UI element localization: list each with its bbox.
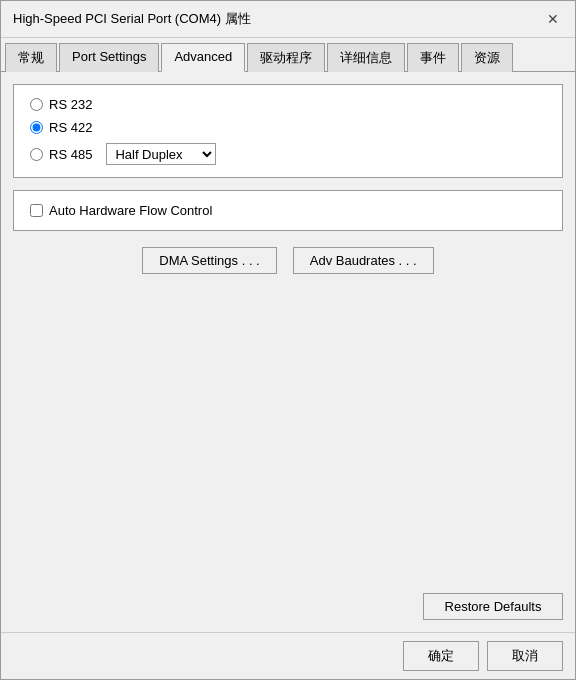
rs485-dropdown-container: Half Duplex Full Duplex [106, 143, 216, 165]
rs232-radio[interactable] [30, 98, 43, 111]
close-button[interactable]: ✕ [543, 9, 563, 29]
rs485-radio[interactable] [30, 148, 43, 161]
rs422-label: RS 422 [49, 120, 92, 135]
rs232-label: RS 232 [49, 97, 92, 112]
cancel-button[interactable]: 取消 [487, 641, 563, 671]
rs232-row: RS 232 [30, 97, 546, 112]
auto-hw-flow-row: Auto Hardware Flow Control [30, 203, 546, 218]
ok-button[interactable]: 确定 [403, 641, 479, 671]
title-bar: High-Speed PCI Serial Port (COM4) 属性 ✕ [1, 1, 575, 38]
spacer [13, 286, 563, 581]
rs422-row: RS 422 [30, 120, 546, 135]
restore-row: Restore Defaults [13, 593, 563, 620]
content-area: RS 232 RS 422 RS 485 Half Duplex Full Du… [1, 72, 575, 632]
settings-buttons-row: DMA Settings . . . Adv Baudrates . . . [13, 247, 563, 274]
tab-bar: 常规 Port Settings Advanced 驱动程序 详细信息 事件 资… [1, 38, 575, 72]
hw-flow-group: Auto Hardware Flow Control [13, 190, 563, 231]
bottom-bar: 确定 取消 [1, 632, 575, 679]
tab-details[interactable]: 详细信息 [327, 43, 405, 72]
rs485-row: RS 485 Half Duplex Full Duplex [30, 143, 546, 165]
rs485-label: RS 485 [49, 147, 92, 162]
tab-driver[interactable]: 驱动程序 [247, 43, 325, 72]
tab-port-settings[interactable]: Port Settings [59, 43, 159, 72]
restore-defaults-button[interactable]: Restore Defaults [423, 593, 563, 620]
auto-hw-label: Auto Hardware Flow Control [49, 203, 212, 218]
rs-radio-group: RS 232 RS 422 RS 485 Half Duplex Full Du… [30, 97, 546, 165]
dma-settings-button[interactable]: DMA Settings . . . [142, 247, 276, 274]
auto-hw-checkbox[interactable] [30, 204, 43, 217]
tab-general[interactable]: 常规 [5, 43, 57, 72]
tab-events[interactable]: 事件 [407, 43, 459, 72]
adv-baudrates-button[interactable]: Adv Baudrates . . . [293, 247, 434, 274]
tab-resources[interactable]: 资源 [461, 43, 513, 72]
rs485-mode-select[interactable]: Half Duplex Full Duplex [106, 143, 216, 165]
window-title: High-Speed PCI Serial Port (COM4) 属性 [13, 10, 251, 28]
rs-mode-group: RS 232 RS 422 RS 485 Half Duplex Full Du… [13, 84, 563, 178]
rs422-radio[interactable] [30, 121, 43, 134]
tab-advanced[interactable]: Advanced [161, 43, 245, 72]
main-window: High-Speed PCI Serial Port (COM4) 属性 ✕ 常… [0, 0, 576, 680]
